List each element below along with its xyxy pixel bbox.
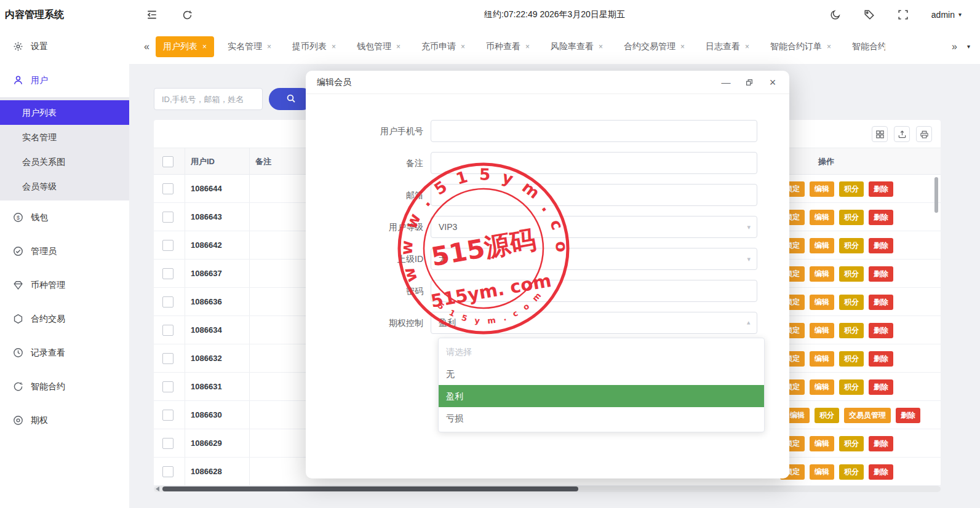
points-button[interactable]: 积分 bbox=[839, 295, 864, 310]
sidebar-item-options[interactable]: 期权 bbox=[0, 403, 129, 437]
horizontal-scrollbar[interactable] bbox=[154, 486, 941, 492]
tab-user-list[interactable]: 用户列表 × bbox=[156, 36, 214, 57]
tab-close-icon[interactable]: × bbox=[827, 43, 831, 50]
tab-close-icon[interactable]: × bbox=[202, 43, 207, 50]
tab-close-icon[interactable]: × bbox=[745, 43, 749, 50]
delete-button[interactable]: 删除 bbox=[869, 266, 893, 282]
edit-button[interactable]: 编辑 bbox=[810, 210, 834, 225]
points-button[interactable]: 积分 bbox=[839, 464, 864, 480]
collapse-sidebar-icon[interactable] bbox=[146, 9, 157, 20]
sidebar-item-users[interactable]: 用户 bbox=[0, 63, 129, 97]
points-button[interactable]: 积分 bbox=[839, 210, 864, 225]
export-icon[interactable] bbox=[894, 126, 910, 142]
edit-button[interactable]: 编辑 bbox=[810, 266, 834, 282]
tab-logs[interactable]: 日志查看 × bbox=[698, 36, 757, 57]
edit-button[interactable]: 编辑 bbox=[810, 351, 834, 367]
row-checkbox[interactable] bbox=[162, 296, 173, 308]
delete-button[interactable]: 删除 bbox=[869, 323, 893, 338]
option-control-select[interactable]: 盈利 ▾ bbox=[431, 312, 757, 334]
row-checkbox[interactable] bbox=[162, 183, 173, 194]
theme-moon-icon[interactable] bbox=[830, 9, 841, 20]
tab-risk-rate[interactable]: 风险率查看 × bbox=[543, 36, 610, 57]
tabs-scroll-right-icon[interactable]: » bbox=[952, 42, 957, 52]
points-button[interactable]: 积分 bbox=[839, 238, 864, 253]
edit-button[interactable]: 编辑 bbox=[810, 181, 834, 197]
delete-button[interactable]: 删除 bbox=[869, 351, 893, 367]
edit-button[interactable]: 编辑 bbox=[810, 323, 834, 338]
tab-close-icon[interactable]: × bbox=[599, 43, 603, 50]
tab-close-icon[interactable]: × bbox=[267, 43, 271, 50]
points-button[interactable]: 积分 bbox=[839, 181, 864, 197]
trader-manage-button[interactable]: 交易员管理 bbox=[844, 408, 891, 423]
email-field[interactable] bbox=[431, 184, 757, 206]
sidebar-item-contract[interactable]: 合约交易 bbox=[0, 302, 129, 336]
tab-realname[interactable]: 实名管理 × bbox=[220, 36, 279, 57]
sidebar-item-settings[interactable]: 设置 bbox=[0, 30, 129, 63]
select-all-checkbox[interactable] bbox=[162, 156, 173, 167]
row-checkbox[interactable] bbox=[162, 466, 173, 477]
tab-smart-contract-orders[interactable]: 智能合约订单 × bbox=[763, 36, 839, 57]
delete-button[interactable]: 删除 bbox=[869, 464, 893, 480]
vertical-scrollbar-thumb[interactable] bbox=[934, 177, 938, 213]
points-button[interactable]: 积分 bbox=[839, 379, 864, 395]
row-checkbox[interactable] bbox=[162, 325, 173, 336]
points-button[interactable]: 积分 bbox=[839, 266, 864, 282]
dropdown-option-profit[interactable]: 盈利 bbox=[439, 385, 764, 407]
points-button[interactable]: 积分 bbox=[839, 436, 864, 451]
points-button[interactable]: 积分 bbox=[815, 408, 839, 423]
tab-close-icon[interactable]: × bbox=[461, 43, 465, 50]
delete-button[interactable]: 删除 bbox=[896, 408, 920, 423]
tab-deposit-requests[interactable]: 充币申请 × bbox=[414, 36, 472, 57]
scroll-left-arrow-icon[interactable] bbox=[156, 486, 159, 491]
tab-withdraw-list[interactable]: 提币列表 × bbox=[285, 36, 343, 57]
row-checkbox[interactable] bbox=[162, 410, 173, 421]
minimize-icon[interactable]: — bbox=[720, 77, 731, 88]
tab-close-icon[interactable]: × bbox=[332, 43, 336, 50]
submenu-item-user-list[interactable]: 用户列表 bbox=[0, 100, 129, 125]
horizontal-scrollbar-thumb[interactable] bbox=[162, 486, 578, 491]
row-checkbox[interactable] bbox=[162, 353, 173, 364]
tab-smart-contract[interactable]: 智能合约 × bbox=[845, 36, 885, 57]
delete-button[interactable]: 删除 bbox=[869, 181, 893, 197]
tabs-menu-icon[interactable]: ▾ bbox=[967, 44, 970, 50]
user-menu[interactable]: admin ▾ bbox=[931, 10, 962, 20]
row-checkbox[interactable] bbox=[162, 212, 173, 223]
close-icon[interactable]: × bbox=[767, 77, 778, 88]
search-input[interactable] bbox=[154, 88, 263, 110]
phone-field[interactable] bbox=[431, 120, 757, 142]
fullscreen-icon[interactable] bbox=[898, 9, 909, 20]
level-select[interactable]: VIP3 ▾ bbox=[431, 216, 757, 238]
submenu-item-relations[interactable]: 会员关系图 bbox=[0, 149, 129, 174]
tab-close-icon[interactable]: × bbox=[396, 43, 400, 50]
sidebar-item-records[interactable]: 记录查看 bbox=[0, 336, 129, 370]
delete-button[interactable]: 删除 bbox=[869, 379, 893, 395]
delete-button[interactable]: 删除 bbox=[869, 210, 893, 225]
parent-id-select[interactable]: 无 ▾ bbox=[431, 248, 757, 270]
points-button[interactable]: 积分 bbox=[839, 323, 864, 338]
delete-button[interactable]: 删除 bbox=[869, 436, 893, 451]
tab-currency-view[interactable]: 币种查看 × bbox=[479, 36, 537, 57]
edit-button[interactable]: 编辑 bbox=[810, 379, 834, 395]
row-checkbox[interactable] bbox=[162, 438, 173, 449]
submenu-item-levels[interactable]: 会员等级 bbox=[0, 174, 129, 199]
dropdown-option-loss[interactable]: 亏损 bbox=[439, 407, 764, 429]
dropdown-option-none[interactable]: 无 bbox=[439, 363, 764, 385]
row-checkbox[interactable] bbox=[162, 268, 173, 279]
sidebar-item-admins[interactable]: 管理员 bbox=[0, 234, 129, 268]
tab-wallet-mgmt[interactable]: 钱包管理 × bbox=[349, 36, 408, 57]
submenu-item-realname[interactable]: 实名管理 bbox=[0, 125, 129, 149]
row-checkbox[interactable] bbox=[162, 240, 173, 251]
print-icon[interactable] bbox=[916, 126, 932, 142]
tab-close-icon[interactable]: × bbox=[680, 43, 685, 50]
sidebar-item-wallet[interactable]: $ 钱包 bbox=[0, 200, 129, 234]
tabs-scroll-left-icon[interactable]: « bbox=[144, 42, 149, 52]
sidebar-item-smart-contract[interactable]: 智能合约 bbox=[0, 370, 129, 403]
columns-grid-icon[interactable] bbox=[872, 126, 888, 142]
sidebar-item-currency[interactable]: 币种管理 bbox=[0, 268, 129, 302]
delete-button[interactable]: 删除 bbox=[869, 295, 893, 310]
refresh-icon[interactable] bbox=[182, 10, 193, 20]
edit-button[interactable]: 编辑 bbox=[810, 238, 834, 253]
points-button[interactable]: 积分 bbox=[839, 351, 864, 367]
delete-button[interactable]: 删除 bbox=[869, 238, 893, 253]
edit-button[interactable]: 编辑 bbox=[810, 464, 834, 480]
